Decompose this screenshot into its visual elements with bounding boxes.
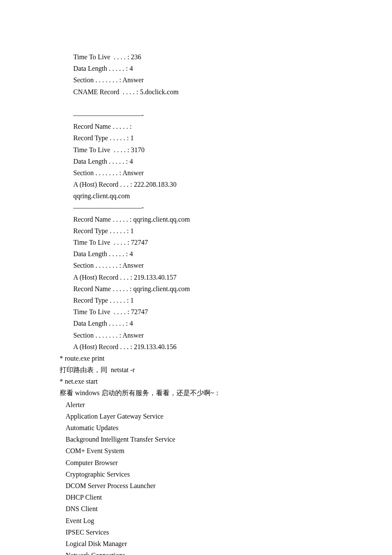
text-line: Time To Live . . . . : 72747 bbox=[60, 237, 332, 248]
text-line: Logical Disk Manager bbox=[60, 538, 332, 549]
text-line: A (Host) Record . . . : 219.133.40.157 bbox=[60, 272, 332, 283]
text-line: Alerter bbox=[60, 399, 332, 410]
text-line: Automatic Updates bbox=[60, 422, 332, 434]
text-line: ——————————- bbox=[60, 109, 332, 121]
text-line: Computer Browser bbox=[60, 457, 332, 468]
text-line: Data Length . . . . . : 4 bbox=[60, 156, 332, 167]
text-line: * net.exe start bbox=[60, 376, 332, 387]
text-line: Data Length . . . . . : 4 bbox=[60, 318, 332, 329]
text-line: Record Name . . . . . : bbox=[60, 121, 332, 132]
text-line: Data Length . . . . . : 4 bbox=[60, 248, 332, 260]
text-line: Event Log bbox=[60, 515, 332, 526]
text-line: Application Layer Gateway Service bbox=[60, 410, 332, 422]
text-line: Time To Live . . . . : 236 bbox=[60, 51, 332, 63]
text-line: Cryptographic Services bbox=[60, 468, 332, 480]
text-line: COM+ Event System bbox=[60, 445, 332, 457]
text-line: Record Type . . . . . : 1 bbox=[60, 132, 332, 144]
text-line: Time To Live . . . . : 72747 bbox=[60, 306, 332, 318]
text-line: Section . . . . . . . : Answer bbox=[60, 167, 332, 179]
text-line: A (Host) Record . . . : 222.208.183.30 bbox=[60, 179, 332, 190]
text-line: Record Name . . . . . : qqring.client.qq… bbox=[60, 214, 332, 225]
text-line: DHCP Client bbox=[60, 491, 332, 503]
document-page: Time To Live . . . . : 236Data Length . … bbox=[0, 0, 392, 555]
text-line: Section . . . . . . . : Answer bbox=[60, 260, 332, 271]
text-line: Background Intelligent Transfer Service bbox=[60, 434, 332, 445]
text-line: Network Connections bbox=[60, 549, 332, 555]
text-line: * route.exe print bbox=[60, 353, 332, 364]
text-line: Record Name . . . . . : qqring.client.qq… bbox=[60, 283, 332, 295]
text-line: ——————————- bbox=[60, 202, 332, 213]
text-line: Section . . . . . . . : Answer bbox=[60, 74, 332, 86]
text-line: 察看 windows 启动的所有服务，看看，还是不少啊~： bbox=[60, 387, 332, 399]
text-line: qqring.client.qq.com bbox=[60, 190, 332, 202]
text-line bbox=[60, 98, 332, 109]
text-line: Section . . . . . . . : Answer bbox=[60, 330, 332, 341]
text-line: Time To Live . . . . : 3170 bbox=[60, 144, 332, 156]
text-line: Record Type . . . . . : 1 bbox=[60, 225, 332, 237]
text-line: CNAME Record . . . . : 5.doclick.com bbox=[60, 86, 332, 98]
text-line: DNS Client bbox=[60, 503, 332, 515]
text-line: 打印路由表，同 netstat -r bbox=[60, 364, 332, 376]
text-line: IPSEC Services bbox=[60, 526, 332, 538]
text-line: Data Length . . . . . : 4 bbox=[60, 63, 332, 74]
text-line: DCOM Server Process Launcher bbox=[60, 480, 332, 491]
text-line: Record Type . . . . . : 1 bbox=[60, 295, 332, 306]
text-line: A (Host) Record . . . : 219.133.40.156 bbox=[60, 341, 332, 353]
